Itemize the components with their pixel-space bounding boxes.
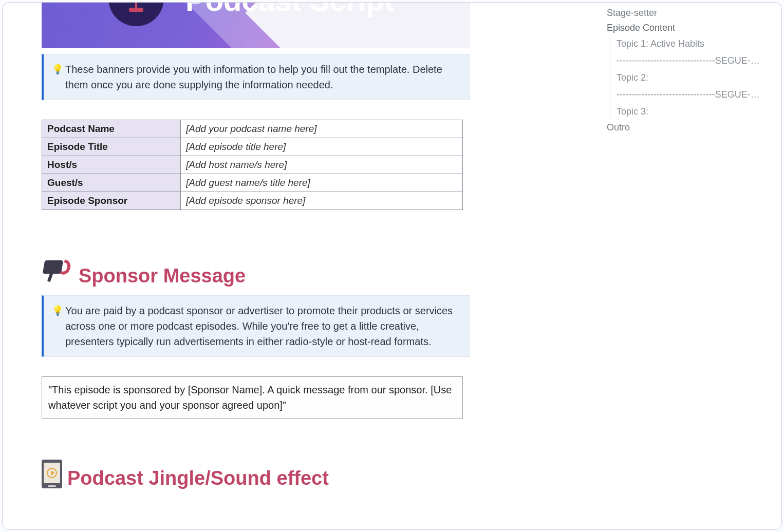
megaphone-icon (42, 256, 73, 285)
table-row[interactable]: Episode Sponsor[Add episode sponsor here… (42, 192, 463, 210)
info-callout-text: These banners provide you with informati… (65, 64, 442, 90)
document-outline[interactable]: Stage-setterEpisode ContentTopic 1: Acti… (607, 6, 771, 135)
info-callout-sponsor[interactable]: 💡 You are paid by a podcast sponsor or a… (42, 295, 470, 357)
lightbulb-icon: 💡 (52, 63, 63, 77)
sponsor-script-text: "This episode is sponsored by [Sponsor N… (48, 384, 452, 411)
info-callout-text: You are paid by a podcast sponsor or adv… (65, 305, 453, 347)
sponsor-heading[interactable]: Sponsor Message (79, 265, 246, 287)
page-title: Podcast Script (185, 3, 394, 17)
sponsor-section: Sponsor Message 💡 You are paid by a podc… (42, 256, 470, 419)
table-row[interactable]: Host/s[Add host name/s here] (42, 156, 463, 174)
outline-subitem[interactable]: --------------------------------SEGUE---… (617, 86, 760, 103)
outline-sublist: Topic 1: Active Habits------------------… (610, 35, 771, 120)
outline-subitem[interactable]: Topic 2: (617, 69, 760, 86)
meta-key: Episode Title (42, 138, 181, 156)
outline-item[interactable]: Outro (607, 120, 771, 135)
document-main: Podcast Script 💡 These banners provide y… (42, 3, 470, 489)
jingle-heading[interactable]: Podcast Jingle/Sound effect (67, 467, 329, 489)
lightbulb-icon: 💡 (52, 304, 63, 318)
jingle-section: Podcast Jingle/Sound effect (42, 460, 470, 489)
outline-item[interactable]: Stage-setter (607, 6, 771, 21)
header-banner: Podcast Script (42, 3, 470, 48)
outline-subitem[interactable]: Topic 1: Active Habits (617, 35, 760, 52)
meta-value[interactable]: [Add episode title here] (181, 138, 463, 156)
meta-key: Host/s (42, 156, 181, 174)
info-callout-intro[interactable]: 💡 These banners provide you with informa… (42, 54, 470, 100)
meta-value[interactable]: [Add your podcast name here] (181, 120, 463, 138)
sponsor-script-box[interactable]: "This episode is sponsored by [Sponsor N… (42, 376, 463, 419)
meta-key: Guest/s (42, 174, 181, 192)
meta-value[interactable]: [Add guest name/s title here] (181, 174, 463, 192)
meta-key: Episode Sponsor (42, 192, 181, 210)
meta-value[interactable]: [Add host name/s here] (181, 156, 463, 174)
meta-value[interactable]: [Add episode sponsor here] (181, 192, 463, 210)
outline-item[interactable]: Episode Content (607, 21, 771, 35)
outline-subitem[interactable]: Topic 3: (617, 103, 760, 120)
meta-key: Podcast Name (42, 120, 181, 138)
episode-metadata-table[interactable]: Podcast Name[Add your podcast name here]… (42, 120, 463, 210)
microphone-icon (126, 3, 146, 13)
table-row[interactable]: Episode Title[Add episode title here] (42, 138, 463, 156)
outline-subitem[interactable]: --------------------------------SEGUE---… (617, 52, 760, 69)
table-row[interactable]: Guest/s[Add guest name/s title here] (42, 174, 463, 192)
phone-play-icon (42, 460, 62, 488)
table-row[interactable]: Podcast Name[Add your podcast name here] (42, 120, 463, 138)
